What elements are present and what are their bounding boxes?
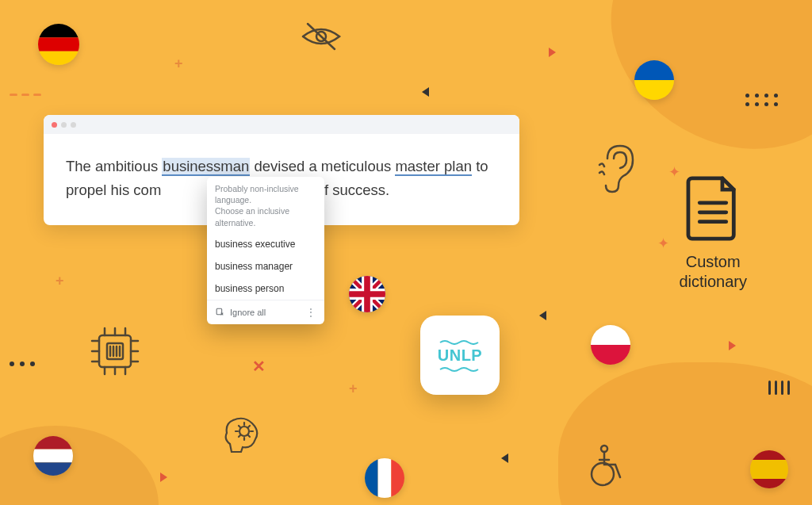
popup-footer: Ignore all ⋮ [207, 300, 324, 324]
svg-rect-11 [591, 345, 630, 365]
svg-rect-16 [378, 458, 392, 498]
svg-line-22 [308, 24, 335, 49]
dictionary-label-1: Custom [679, 252, 747, 272]
dot-row [10, 362, 35, 366]
flag-ukraine [634, 60, 674, 100]
dictionary-label-2: dictionary [679, 272, 747, 292]
unlp-card: UNLP [420, 316, 500, 395]
flag-poland [591, 325, 630, 365]
svg-rect-15 [365, 458, 378, 498]
document-icon [684, 174, 741, 243]
custom-dictionary: Custom dictionary [679, 174, 747, 292]
unlp-label: UNLP [438, 346, 482, 365]
svg-point-27 [592, 463, 614, 485]
eye-off-icon [300, 21, 343, 52]
triangle-icon [501, 453, 508, 463]
flag-spain [750, 450, 788, 488]
svg-rect-10 [591, 325, 630, 345]
flag-germany [38, 24, 79, 65]
plus-icon: + [56, 273, 64, 289]
window-dot [71, 122, 76, 128]
unlp-wave-icon [439, 339, 481, 345]
plus-icon: + [349, 381, 358, 397]
svg-point-25 [239, 427, 249, 436]
triangle-icon [539, 311, 546, 320]
line-grid [768, 381, 790, 395]
unlp-wave-icon [439, 366, 481, 373]
cpu-chip-icon [87, 323, 143, 379]
window-dot [52, 122, 57, 128]
triangle-icon [549, 48, 556, 57]
underlined-phrase[interactable]: master plan [395, 158, 472, 176]
triangle-icon [422, 87, 429, 97]
text-fragment: The ambitious [66, 158, 162, 174]
bg-wave [0, 426, 159, 505]
popup-description: Probably non-inclusive language. Choose … [207, 177, 324, 233]
more-options-icon[interactable]: ⋮ [305, 306, 316, 319]
flag-france [365, 458, 404, 498]
svg-rect-6 [38, 52, 79, 65]
dash-row [10, 94, 41, 96]
svg-rect-19 [750, 460, 788, 479]
svg-rect-13 [33, 450, 73, 463]
cross-icon: ✕ [252, 357, 266, 376]
popup-desc-line: Probably non-inclusive language. [215, 183, 316, 205]
svg-rect-5 [38, 37, 79, 51]
flag-netherlands [33, 436, 73, 476]
suggestion-item[interactable]: business manager [207, 255, 324, 277]
svg-rect-17 [391, 458, 404, 498]
suggestion-item[interactable]: business person [207, 277, 324, 300]
brain-idea-icon [220, 412, 266, 458]
dot-grid [745, 94, 779, 106]
suggestion-item[interactable]: business executive [207, 233, 324, 255]
ignore-all-button[interactable]: Ignore all [215, 307, 266, 317]
svg-rect-23 [99, 335, 131, 367]
triangle-icon [160, 472, 167, 482]
sparkle-icon: ✦ [657, 235, 669, 252]
window-dot [61, 122, 67, 128]
svg-rect-4 [38, 24, 79, 37]
ear-icon [598, 143, 638, 195]
ignore-label: Ignore all [230, 308, 266, 317]
text-fragment: devised a meticulous [250, 158, 395, 174]
window-controls [44, 115, 519, 134]
ignore-icon [215, 307, 225, 317]
triangle-icon [729, 341, 736, 350]
accessibility-icon [587, 442, 626, 488]
highlighted-word[interactable]: businessman [162, 158, 250, 176]
plus-icon: + [174, 55, 183, 72]
suggestion-popup: Probably non-inclusive language. Choose … [207, 177, 324, 324]
popup-desc-line: Choose an inclusive alternative. [215, 205, 316, 228]
flag-uk [349, 276, 385, 312]
svg-rect-0 [216, 308, 222, 315]
